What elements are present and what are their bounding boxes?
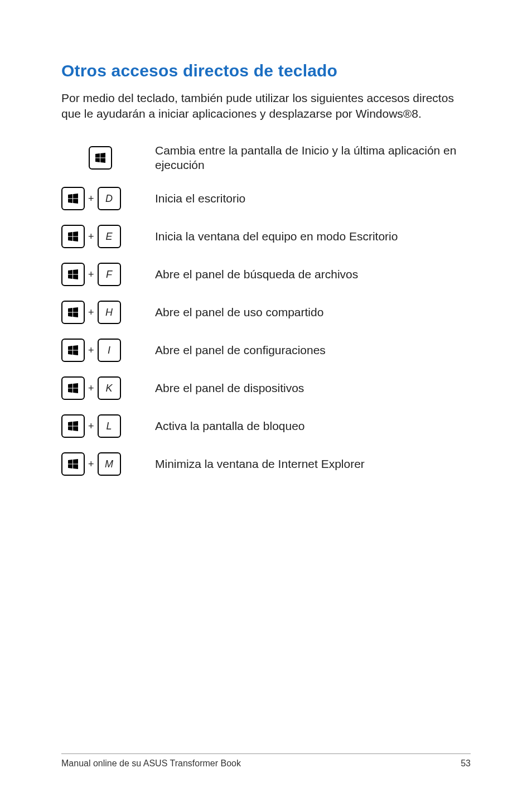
plus-separator: + bbox=[88, 307, 94, 318]
svg-marker-23 bbox=[73, 351, 78, 356]
svg-marker-4 bbox=[68, 194, 72, 199]
svg-marker-10 bbox=[68, 237, 72, 241]
shortcut-row: +DInicia el escritorio bbox=[61, 187, 471, 210]
plus-separator: + bbox=[88, 421, 94, 432]
svg-marker-22 bbox=[68, 351, 72, 355]
shortcut-row: +IAbre el panel de configuraciones bbox=[61, 339, 471, 362]
plus-separator: + bbox=[88, 193, 94, 205]
svg-marker-17 bbox=[73, 307, 78, 312]
windows-key-icon bbox=[61, 452, 85, 476]
svg-marker-0 bbox=[95, 153, 100, 158]
page-footer: Manual online de su ASUS Transformer Boo… bbox=[61, 753, 471, 769]
letter-key: M bbox=[98, 452, 121, 476]
svg-marker-11 bbox=[73, 237, 78, 242]
windows-key-icon bbox=[61, 339, 85, 362]
shortcut-description: Abre el panel de uso compartido bbox=[155, 305, 323, 320]
svg-marker-35 bbox=[73, 465, 78, 470]
key-combo: +I bbox=[61, 339, 139, 362]
shortcut-row: +KAbre el panel de dispositivos bbox=[61, 376, 471, 400]
windows-key-icon bbox=[61, 225, 85, 248]
shortcut-description: Inicia la ventana del equipo en modo Esc… bbox=[155, 229, 398, 244]
svg-marker-33 bbox=[73, 459, 78, 464]
shortcut-row: +LActiva la pantalla de bloqueo bbox=[61, 414, 471, 438]
key-combo: +H bbox=[61, 301, 139, 324]
key-combo: +F bbox=[61, 263, 139, 286]
letter-key: K bbox=[98, 376, 121, 400]
shortcut-description: Abre el panel de búsqueda de archivos bbox=[155, 267, 358, 282]
plus-separator: + bbox=[88, 269, 94, 281]
svg-marker-28 bbox=[68, 422, 72, 426]
windows-logo-icon bbox=[68, 383, 78, 393]
key-combo: +M bbox=[61, 452, 139, 476]
shortcut-row: +HAbre el panel de uso compartido bbox=[61, 301, 471, 324]
letter-key: I bbox=[98, 339, 121, 362]
svg-marker-1 bbox=[100, 153, 105, 158]
intro-paragraph: Por medio del teclado, también pude util… bbox=[61, 90, 471, 122]
svg-marker-15 bbox=[73, 275, 78, 280]
shortcut-description: Abre el panel de dispositivos bbox=[155, 381, 304, 395]
shortcut-row: Cambia entre la pantalla de Inicio y la … bbox=[61, 143, 471, 173]
svg-marker-18 bbox=[68, 313, 72, 317]
svg-marker-3 bbox=[100, 158, 105, 163]
svg-marker-13 bbox=[73, 269, 78, 274]
svg-marker-7 bbox=[73, 199, 78, 204]
plus-separator: + bbox=[88, 458, 94, 470]
svg-marker-24 bbox=[68, 384, 72, 388]
key-combo: +E bbox=[61, 225, 139, 248]
svg-marker-5 bbox=[73, 194, 78, 199]
svg-marker-14 bbox=[68, 275, 72, 279]
windows-logo-icon bbox=[68, 307, 78, 317]
windows-key-icon bbox=[61, 263, 85, 286]
windows-key-icon bbox=[89, 146, 112, 170]
letter-key: E bbox=[98, 225, 121, 248]
letter-key: H bbox=[98, 301, 121, 324]
shortcut-description: Cambia entre la pantalla de Inicio y la … bbox=[155, 143, 471, 173]
windows-logo-icon bbox=[68, 231, 78, 241]
plus-separator: + bbox=[88, 345, 94, 356]
windows-key-icon bbox=[61, 414, 85, 438]
windows-logo-icon bbox=[68, 459, 78, 469]
windows-key-icon bbox=[61, 376, 85, 400]
page-number: 53 bbox=[461, 758, 471, 769]
shortcut-row: +MMinimiza la ventana de Internet Explor… bbox=[61, 452, 471, 476]
svg-marker-19 bbox=[73, 313, 78, 318]
svg-marker-16 bbox=[68, 308, 72, 312]
windows-key-icon bbox=[61, 187, 85, 210]
key-combo: +K bbox=[61, 376, 139, 400]
shortcut-description: Abre el panel de configuraciones bbox=[155, 343, 326, 357]
svg-marker-8 bbox=[68, 232, 72, 236]
svg-marker-30 bbox=[68, 427, 72, 431]
shortcut-description: Minimiza la ventana de Internet Explorer bbox=[155, 457, 365, 471]
svg-marker-20 bbox=[68, 346, 72, 350]
windows-logo-icon bbox=[68, 194, 78, 204]
svg-marker-27 bbox=[73, 389, 78, 394]
svg-marker-9 bbox=[73, 231, 78, 236]
svg-marker-25 bbox=[73, 383, 78, 388]
windows-logo-icon bbox=[95, 153, 105, 163]
windows-logo-icon bbox=[68, 421, 78, 431]
svg-marker-31 bbox=[73, 427, 78, 432]
key-combo: +L bbox=[61, 414, 139, 438]
key-combo bbox=[61, 146, 139, 170]
svg-marker-32 bbox=[68, 460, 72, 464]
svg-marker-6 bbox=[68, 199, 72, 204]
windows-logo-icon bbox=[68, 345, 78, 355]
windows-key-icon bbox=[61, 301, 85, 324]
key-combo: +D bbox=[61, 187, 139, 210]
letter-key: D bbox=[98, 187, 121, 210]
windows-logo-icon bbox=[68, 269, 78, 279]
shortcut-row: +FAbre el panel de búsqueda de archivos bbox=[61, 263, 471, 286]
svg-marker-26 bbox=[68, 389, 72, 393]
svg-marker-2 bbox=[95, 158, 100, 162]
footer-text: Manual online de su ASUS Transformer Boo… bbox=[61, 758, 241, 769]
svg-marker-34 bbox=[68, 465, 72, 469]
page-heading: Otros accesos directos de teclado bbox=[61, 61, 471, 80]
plus-separator: + bbox=[88, 231, 94, 243]
document-page: Otros accesos directos de teclado Por me… bbox=[0, 0, 532, 802]
svg-marker-21 bbox=[73, 345, 78, 350]
letter-key: L bbox=[98, 414, 121, 438]
plus-separator: + bbox=[88, 383, 94, 394]
letter-key: F bbox=[98, 263, 121, 286]
shortcut-description: Activa la pantalla de bloqueo bbox=[155, 419, 305, 433]
shortcut-description: Inicia el escritorio bbox=[155, 191, 245, 206]
